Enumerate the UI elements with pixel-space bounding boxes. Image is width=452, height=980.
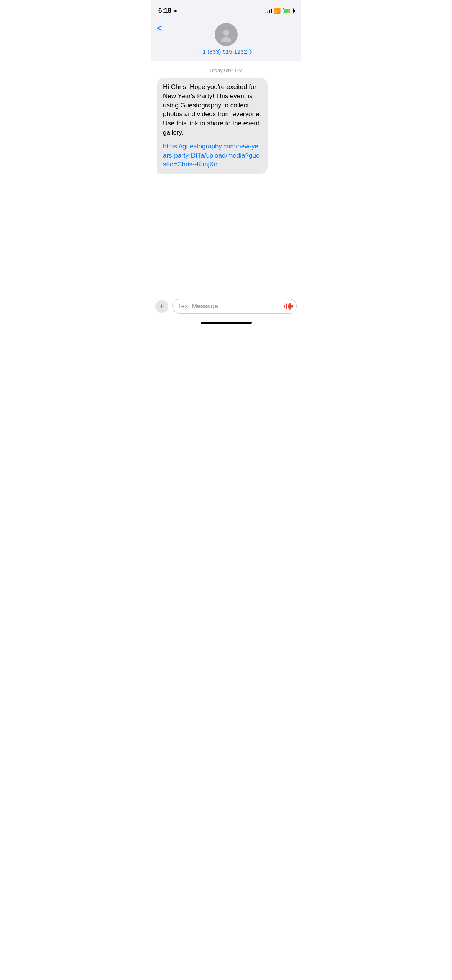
contact-avatar[interactable] — [215, 23, 238, 46]
audio-input-button[interactable] — [284, 303, 293, 310]
message-text: Hi Chris! Hope you're excited for New Ye… — [163, 82, 261, 137]
wifi-icon: 📶 — [274, 8, 281, 14]
chevron-right-icon: ❯ — [248, 49, 253, 54]
avatar-icon — [219, 27, 234, 42]
svg-point-1 — [223, 30, 229, 36]
home-indicator — [201, 322, 252, 324]
contact-number[interactable]: +1 (833) 915-1232 ❯ — [199, 48, 253, 55]
status-bar: 6:18 ► 📶 ⚡ — [151, 0, 301, 19]
location-icon: ► — [174, 8, 178, 13]
text-message-input[interactable]: Text Message — [172, 299, 297, 314]
back-button[interactable]: < — [157, 23, 163, 33]
status-icons: 📶 ⚡ — [265, 8, 294, 14]
message-container: Hi Chris! Hope you're excited for New Ye… — [151, 78, 301, 174]
text-input-placeholder: Text Message — [178, 303, 218, 310]
time-display: 6:18 — [158, 7, 171, 15]
signal-bars-icon — [265, 8, 272, 13]
message-timestamp: Today 6:04 PM — [151, 61, 301, 78]
message-link[interactable]: https://guestography.com/new-years-party… — [163, 142, 261, 169]
plus-icon: + — [159, 303, 164, 310]
add-attachment-button[interactable]: + — [155, 300, 168, 313]
audio-bars-icon — [284, 303, 293, 310]
phone-number-label: +1 (833) 915-1232 — [199, 48, 247, 55]
battery-icon: ⚡ — [283, 8, 294, 13]
nav-header: < +1 (833) 915-1232 ❯ — [151, 19, 301, 61]
status-time: 6:18 ► — [158, 7, 178, 15]
message-area: Today 6:04 PM Hi Chris! Hope you're exci… — [151, 61, 301, 327]
message-bubble: Hi Chris! Hope you're excited for New Ye… — [157, 78, 268, 174]
